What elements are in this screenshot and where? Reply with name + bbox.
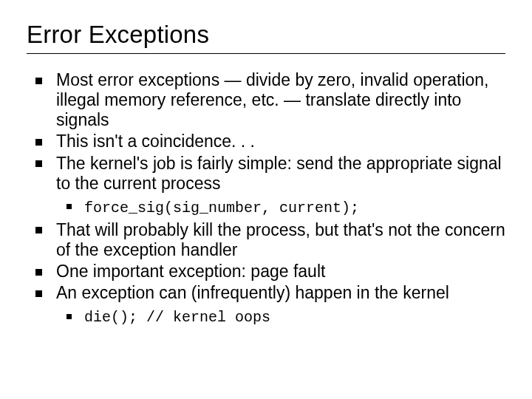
list-item: This isn't a coincidence. . . [27,132,505,151]
bullet-text: An exception can (infrequently) happen i… [56,283,449,302]
sub-bullet-list: force_sig(sig_number, current); [56,198,505,217]
list-item: die(); // kernel oops [56,307,505,327]
bullet-text: The kernel's job is fairly simple: send … [56,154,502,193]
list-item: The kernel's job is fairly simple: send … [27,154,505,217]
code-text: die(); // kernel oops [84,309,270,326]
list-item: One important exception: page fault [27,262,505,282]
bullet-text: That will probably kill the process, but… [56,220,505,259]
list-item: force_sig(sig_number, current); [56,198,505,217]
title-rule [27,53,505,54]
list-item: Most error exceptions — divide by zero, … [27,70,505,130]
bullet-text: This isn't a coincidence. . . [56,132,255,151]
list-item: That will probably kill the process, but… [27,220,505,260]
slide: Error Exceptions Most error exceptions —… [0,0,532,399]
bullet-text: Most error exceptions — divide by zero, … [56,70,489,129]
list-item: An exception can (infrequently) happen i… [27,283,505,327]
bullet-text: One important exception: page fault [56,262,325,281]
code-text: force_sig(sig_number, current); [84,200,359,216]
sub-bullet-list: die(); // kernel oops [56,307,505,327]
bullet-list: Most error exceptions — divide by zero, … [27,70,505,327]
slide-title: Error Exceptions [27,21,505,49]
